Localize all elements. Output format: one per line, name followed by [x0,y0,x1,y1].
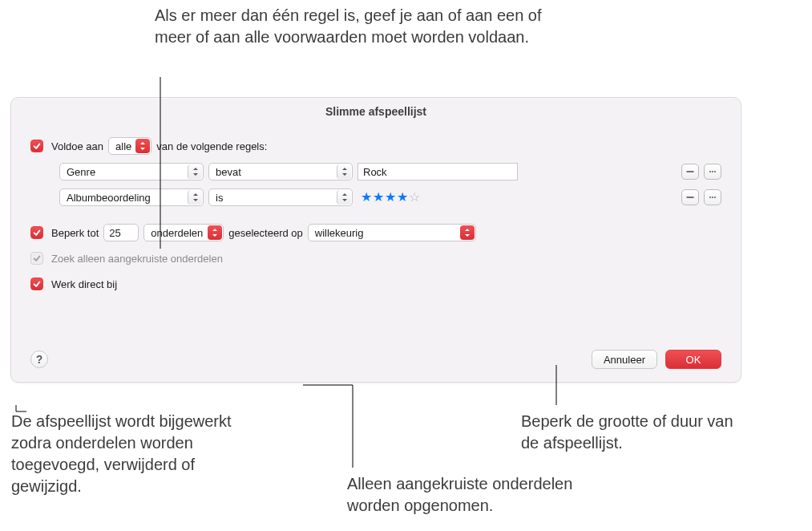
limit-unit-value: onderdelen [151,227,203,239]
rule-row: Albumbeoordeling is ★ ★ ★ ★ ☆ [30,187,721,208]
match-mode-popup[interactable]: alle [108,137,151,155]
rule-options-button[interactable] [704,189,721,205]
limit-count-value: 25 [109,227,120,239]
star-icon: ★ [397,191,408,204]
star-icon: ★ [385,191,396,204]
match-mode-value: alle [115,140,131,152]
rule-options-button[interactable] [704,164,721,180]
smart-playlist-dialog: Slimme afspeellijst Voldoe aan alle van … [10,97,741,383]
star-icon: ★ [361,191,372,204]
rule-field-value: Genre [67,166,95,178]
minus-icon [685,193,695,202]
chevrons-updown-icon [188,190,202,205]
check-icon [33,254,41,262]
limit-prefix: Beperk tot [51,227,99,239]
check-icon [33,142,41,150]
live-updating-label: Werk direct bij [51,278,117,290]
match-prefix: Voldoe aan [51,140,103,152]
limit-selected-by-value: willekeurig [315,227,364,239]
rule-value-input[interactable]: Rock [358,163,518,180]
chevrons-updown-icon [337,164,351,179]
ellipsis-icon [708,193,717,202]
rule-row: Genre bevat Rock [30,161,721,182]
svg-point-0 [709,171,711,172]
live-updating-checkbox[interactable] [30,278,43,290]
rule-op-popup[interactable]: is [208,188,353,206]
svg-point-4 [712,197,713,198]
check-icon [33,229,41,237]
minus-icon [685,167,695,176]
match-suffix: van de volgende regels: [156,140,267,152]
check-icon [33,280,41,288]
chevrons-updown-icon [208,225,222,240]
match-row: Voldoe aan alle van de volgende regels: [30,136,721,156]
only-checked-row: Zoek alleen aangekruiste onderdelen [30,248,721,269]
popup-knob-icon [135,139,150,153]
match-checkbox[interactable] [30,140,43,152]
svg-point-1 [712,171,713,172]
chevrons-updown-icon [188,164,202,179]
remove-rule-button[interactable] [681,189,699,205]
callout-live-updating: De afspeellijst wordt bijgewerkt zodra o… [11,411,252,497]
remove-rule-button[interactable] [681,164,699,180]
star-icon: ★ [373,191,384,204]
rule-field-popup[interactable]: Albumbeoordeling [59,188,204,206]
rule-op-popup[interactable]: bevat [208,163,353,180]
ok-button[interactable]: OK [665,350,721,369]
rule-value-text: Rock [363,166,387,178]
rule-op-value: bevat [216,166,241,178]
help-button[interactable]: ? [30,351,48,368]
only-checked-checkbox[interactable] [30,252,43,265]
limit-unit-popup[interactable]: onderdelen [143,224,224,241]
callout-only-checked: Alleen aangekruiste onderdelen worden op… [347,473,612,517]
rule-field-popup[interactable]: Genre [59,163,204,180]
live-updating-row: Werk direct bij [30,274,721,294]
chevrons-updown-icon [460,225,475,240]
limit-row: Beperk tot 25 onderdelen geselecteerd op… [30,222,721,243]
rule-op-value: is [216,192,223,204]
only-checked-label: Zoek alleen aangekruiste onderdelen [51,253,223,265]
svg-point-3 [709,197,711,198]
limit-selected-by-label: geselecteerd op [228,227,303,239]
rule-stars-input[interactable]: ★ ★ ★ ★ ☆ [361,191,420,204]
chevrons-updown-icon [337,190,351,205]
callout-limit: Beperk de grootte of duur van de afspeel… [521,411,753,454]
dialog-title: Slimme afspeellijst [11,98,741,136]
ellipsis-icon [708,167,717,176]
callout-match-mode: Als er meer dan één regel is, geef je aa… [155,5,572,48]
dialog-footer: ? Annuleer OK [30,350,721,369]
cancel-button[interactable]: Annuleer [592,350,657,369]
limit-selected-by-popup[interactable]: willekeurig [308,224,476,241]
star-outline-icon: ☆ [409,191,420,204]
svg-point-2 [714,171,716,172]
limit-count-input[interactable]: 25 [103,224,139,241]
limit-checkbox[interactable] [30,226,43,239]
rule-field-value: Albumbeoordeling [67,192,151,204]
svg-point-5 [714,197,716,198]
